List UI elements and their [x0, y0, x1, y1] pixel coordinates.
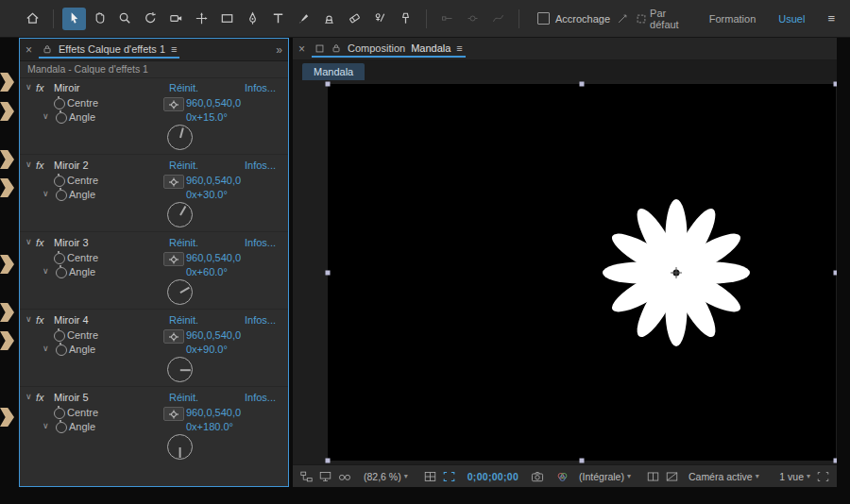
reset-link[interactable]: Réinit.	[169, 392, 198, 403]
about-link[interactable]: Infos...	[245, 82, 276, 93]
about-link[interactable]: Infos...	[245, 392, 276, 403]
about-link[interactable]: Infos...	[245, 237, 276, 248]
shape-tool[interactable]	[215, 8, 239, 30]
stopwatch-icon[interactable]	[56, 190, 67, 201]
eraser-tool[interactable]	[343, 8, 366, 30]
param-value[interactable]: 960,0,540,0	[186, 97, 241, 109]
center-target-button[interactable]	[163, 252, 184, 266]
fast-previews-button[interactable]	[647, 471, 659, 482]
stopwatch-icon[interactable]	[56, 267, 67, 278]
angle-dial[interactable]	[167, 357, 193, 382]
transparency-grid-button[interactable]	[666, 471, 678, 482]
hand-tool[interactable]	[88, 8, 111, 30]
about-link[interactable]: Infos...	[245, 160, 276, 171]
snap-options-icon[interactable]	[616, 12, 629, 25]
close-panel-icon[interactable]: ×	[26, 43, 32, 57]
fx-icon[interactable]: fx	[36, 392, 44, 403]
collapse-icon[interactable]: ∨	[42, 189, 49, 198]
pen-tool[interactable]	[241, 8, 264, 30]
workspace-formation[interactable]: Formation	[709, 13, 756, 25]
tab-mandala[interactable]: Mandala	[302, 63, 365, 81]
puppet-pin-tool[interactable]	[394, 8, 417, 30]
center-target-button[interactable]	[163, 407, 184, 421]
param-value[interactable]: 0x+90.0°	[186, 344, 228, 355]
collapse-icon[interactable]: ∨	[26, 392, 32, 401]
reset-link[interactable]: Réinit.	[169, 82, 198, 93]
stopwatch-icon[interactable]	[54, 408, 65, 419]
clone-stamp-tool[interactable]	[317, 8, 341, 30]
stopwatch-icon[interactable]	[54, 253, 65, 264]
view-layout-select[interactable]: 1 vue ▾	[779, 471, 810, 482]
active-camera-select[interactable]: Caméra active ▾	[688, 471, 759, 482]
param-value[interactable]: 960,0,540,0	[186, 252, 241, 263]
snapping-control[interactable]: Accrochage	[537, 12, 648, 25]
effects-panel-tab[interactable]: Effets Calque d'effets 1 ≡	[39, 41, 179, 59]
collapse-icon[interactable]: ∨	[26, 237, 32, 246]
snap-box-icon[interactable]	[635, 12, 648, 25]
show-ruler-button[interactable]	[319, 471, 332, 482]
fx-icon[interactable]: fx	[36, 160, 44, 171]
stopwatch-icon[interactable]	[54, 176, 65, 187]
param-value[interactable]: 960,0,540,0	[186, 329, 241, 341]
collapse-icon[interactable]: ∨	[42, 111, 49, 121]
center-target-button[interactable]	[163, 175, 184, 189]
grid-options-button[interactable]	[424, 471, 436, 482]
reset-link[interactable]: Réinit.	[169, 314, 198, 326]
panel-menu-icon[interactable]: ≡	[171, 43, 177, 55]
camera-tool[interactable]	[164, 8, 188, 30]
fx-icon[interactable]: fx	[36, 237, 44, 248]
effect-name[interactable]: Miroir 5	[54, 392, 89, 403]
panel-menu-icon[interactable]: ≡	[456, 42, 462, 54]
show-channels-button[interactable]	[556, 471, 569, 482]
region-of-interest-button[interactable]	[443, 471, 455, 482]
center-target-button[interactable]	[163, 97, 184, 111]
param-value[interactable]: 960,0,540,0	[186, 407, 241, 418]
collapse-icon[interactable]: ∨	[26, 160, 32, 169]
pixel-aspect-correction-button[interactable]	[817, 471, 829, 482]
zoom-tool[interactable]	[113, 8, 137, 30]
type-tool[interactable]	[266, 8, 290, 30]
angle-dial[interactable]	[167, 125, 193, 150]
param-value[interactable]: 0x+30.0°	[186, 189, 228, 200]
effect-name[interactable]: Miroir 2	[54, 160, 89, 171]
stopwatch-icon[interactable]	[54, 330, 65, 342]
composition-panel-tab[interactable]: Composition Mandala ≡	[312, 40, 466, 58]
close-panel-icon[interactable]: ×	[298, 42, 305, 56]
reset-link[interactable]: Réinit.	[169, 160, 198, 171]
home-button[interactable]	[21, 8, 44, 30]
resolution-select[interactable]: (Intégrale) ▾	[579, 471, 631, 482]
collapse-icon[interactable]: ∨	[42, 344, 49, 353]
roto-brush-tool[interactable]	[368, 8, 392, 30]
lock-icon[interactable]	[42, 43, 53, 55]
composition-canvas[interactable]	[328, 84, 836, 461]
magnification-select[interactable]: (82,6 %) ▾	[364, 471, 408, 482]
param-value[interactable]: 960,0,540,0	[186, 175, 241, 186]
stopwatch-icon[interactable]	[56, 112, 67, 124]
rotation-tool[interactable]	[139, 8, 162, 30]
composition-viewer[interactable]	[293, 80, 837, 464]
effect-name[interactable]: Miroir 4	[54, 314, 89, 326]
angle-dial[interactable]	[167, 279, 193, 305]
collapse-icon[interactable]: ∨	[42, 266, 49, 276]
fx-icon[interactable]: fx	[36, 82, 44, 93]
angle-dial[interactable]	[167, 434, 193, 460]
effect-name[interactable]: Miroir	[54, 82, 80, 93]
effect-name[interactable]: Miroir 3	[54, 237, 89, 248]
workspace-usuel[interactable]: Usuel	[778, 13, 805, 25]
angle-dial[interactable]	[167, 202, 193, 227]
param-value[interactable]: 0x+180.0°	[186, 421, 233, 432]
stopwatch-icon[interactable]	[54, 98, 65, 109]
reset-link[interactable]: Réinit.	[169, 237, 198, 248]
workspace-par-defaut[interactable]: Par défaut	[650, 8, 687, 30]
lock-icon[interactable]	[331, 42, 342, 54]
stopwatch-icon[interactable]	[56, 422, 67, 433]
fx-icon[interactable]: fx	[36, 314, 44, 326]
collapse-icon[interactable]: ∨	[26, 82, 32, 92]
take-snapshot-button[interactable]	[531, 471, 544, 482]
snapshot-pair-button[interactable]	[338, 471, 351, 482]
stopwatch-icon[interactable]	[56, 344, 67, 356]
workspace-menu-icon[interactable]: ≡	[827, 11, 835, 25]
current-timecode[interactable]: 0;00;00;00	[468, 471, 518, 482]
brush-tool[interactable]	[292, 8, 315, 30]
snapping-checkbox[interactable]	[537, 12, 550, 25]
